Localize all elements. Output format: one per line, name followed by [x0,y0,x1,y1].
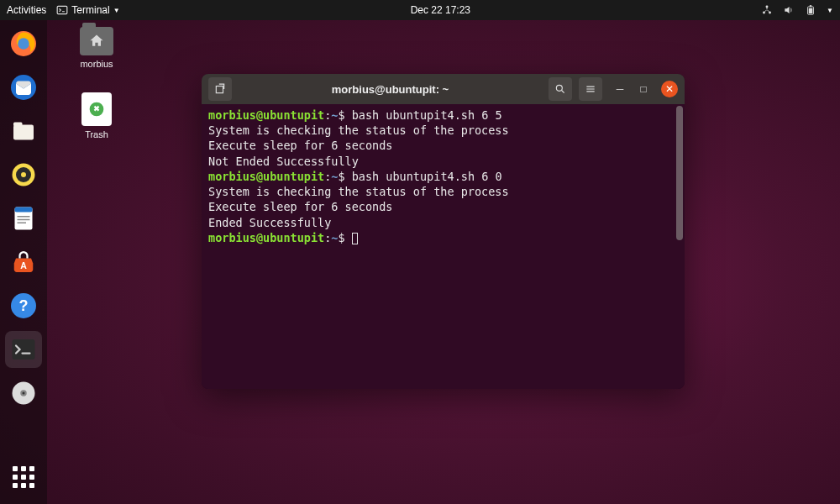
dock: A ? [0,20,47,504]
chevron-down-icon: ▼ [113,7,120,14]
new-tab-button[interactable] [208,77,232,101]
search-button[interactable] [549,77,572,101]
terminal-icon [56,4,68,16]
terminal-titlebar[interactable]: morbius@ubuntupit: ~ ─ □ ✕ [202,74,685,104]
dock-help[interactable]: ? [5,287,42,324]
system-menu-chevron-icon[interactable]: ▼ [827,7,833,14]
terminal-line: morbius@ubuntupit:~$ [208,230,678,245]
svg-rect-23 [13,339,35,360]
desktop-icon-label: Trash [67,129,126,139]
dock-rhythmbox[interactable] [5,156,42,193]
top-panel: Activities Terminal ▼ Dec 22 17:23 ▼ [0,0,840,20]
battery-icon[interactable] [805,4,816,16]
show-applications-button[interactable] [5,459,42,496]
dock-disc[interactable] [5,375,42,412]
desktop-icon-label: morbius [67,59,126,69]
terminal-line: Execute sleep for 6 seconds [208,138,678,153]
terminal-line: morbius@ubuntupit:~$ bash ubuntupit4.sh … [208,108,678,123]
svg-point-27 [23,392,25,395]
dock-software[interactable]: A [5,244,42,281]
network-icon[interactable] [761,4,773,16]
volume-icon[interactable] [783,4,795,16]
svg-point-1 [766,5,769,8]
hamburger-menu-button[interactable] [579,77,602,101]
app-menu-label: Terminal [71,4,109,16]
terminal-line: morbius@ubuntupit:~$ bash ubuntupit4.sh … [208,169,678,184]
svg-rect-6 [809,8,813,13]
maximize-button[interactable]: □ [638,83,649,95]
trash-icon [81,92,112,126]
scrollbar[interactable] [676,106,683,240]
dock-thunderbird[interactable] [5,69,42,106]
svg-rect-0 [58,6,68,13]
dock-terminal[interactable] [5,331,42,368]
svg-rect-11 [13,123,23,127]
terminal-line: System is checking the status of the pro… [208,184,678,199]
dock-writer[interactable] [5,200,42,237]
svg-rect-5 [810,5,811,7]
clock[interactable]: Dec 22 17:23 [120,4,761,16]
minimize-button[interactable]: ─ [614,83,626,95]
dock-firefox[interactable] [5,25,42,62]
terminal-line: Execute sleep for 6 seconds [208,199,678,214]
svg-rect-17 [18,216,30,218]
app-menu[interactable]: Terminal ▼ [56,4,119,16]
terminal-title: morbius@ubuntupit: ~ [239,83,542,96]
svg-text:?: ? [19,297,29,314]
svg-point-2 [763,11,765,13]
terminal-window: morbius@ubuntupit: ~ ─ □ ✕ morbius@ubunt… [202,74,685,389]
terminal-line: Ended Successfully [208,215,678,230]
desktop-home-folder[interactable]: morbius [67,27,126,69]
folder-icon [80,27,113,55]
svg-rect-16 [15,207,33,213]
cursor [352,233,358,244]
terminal-line: System is checking the status of the pro… [208,123,678,138]
close-button[interactable]: ✕ [661,81,678,97]
svg-rect-19 [18,223,27,224]
svg-rect-18 [18,219,30,221]
svg-point-14 [21,172,26,177]
desktop-trash[interactable]: Trash [67,92,126,139]
activities-button[interactable]: Activities [7,4,46,16]
svg-point-29 [556,85,562,91]
svg-rect-28 [216,87,223,93]
dock-files[interactable] [5,113,42,150]
terminal-body[interactable]: morbius@ubuntupit:~$ bash ubuntupit4.sh … [202,104,685,389]
terminal-line: Not Ended Successfully [208,154,678,169]
svg-point-8 [18,38,29,50]
svg-point-3 [769,11,771,13]
svg-text:A: A [20,260,27,270]
svg-rect-10 [13,125,34,140]
